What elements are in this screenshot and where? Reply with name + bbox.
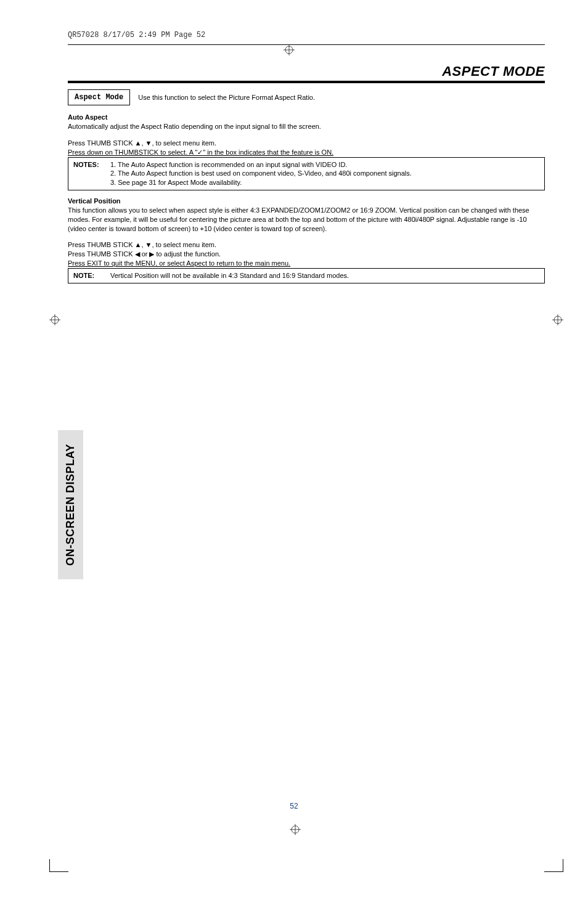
- aspect-mode-description: Use this function to select the Picture …: [138, 93, 315, 102]
- auto-aspect-note-1: 1. The Auto Aspect function is recommend…: [110, 160, 539, 169]
- registration-mark-right-icon: [552, 314, 563, 325]
- page-title: ASPECT MODE: [442, 63, 545, 79]
- header-rule: [68, 44, 545, 45]
- auto-aspect-line2: Press THUMB STICK ▲, ▼, to select menu i…: [68, 139, 545, 148]
- page-number: 52: [0, 802, 588, 810]
- title-bar: ASPECT MODE: [68, 63, 545, 83]
- side-tab: ON-SCREEN DISPLAY: [58, 430, 83, 579]
- auto-aspect-line1: Automatically adjust the Aspect Ratio de…: [68, 122, 545, 131]
- vertical-position-line3: Press THUMB STICK ◀ or ▶ to adjust the f…: [68, 250, 545, 259]
- auto-aspect-notes-box: NOTES: 1. The Auto Aspect function is re…: [68, 157, 545, 191]
- vertical-position-note-box: NOTE: Vertical Position will not be avai…: [68, 268, 545, 283]
- aspect-mode-label-box: Aspect Mode: [68, 89, 130, 105]
- print-header-line: QR57028 8/17/05 2:49 PM Page 52: [68, 31, 545, 39]
- auto-aspect-note-2: 2. The Auto Aspect function is best used…: [110, 169, 539, 178]
- vertical-position-note-label: NOTE:: [73, 271, 107, 280]
- vertical-position-note-body: Vertical Position will not be available …: [110, 272, 349, 279]
- crop-corner-left-icon: [49, 859, 68, 872]
- vertical-position-body: This function allows you to select when …: [68, 206, 545, 234]
- vertical-position-heading: Vertical Position: [68, 197, 545, 206]
- aspect-mode-row: Aspect Mode Use this function to select …: [68, 89, 545, 105]
- auto-aspect-note-3: 3. See page 31 for Aspect Mode availabil…: [110, 178, 539, 187]
- crop-corner-right-icon: [544, 859, 563, 872]
- registration-mark-top-icon: [284, 44, 295, 55]
- auto-aspect-notes-label: NOTES:: [73, 160, 107, 169]
- vertical-position-line4: Press EXIT to quit the MENU, or select A…: [68, 259, 545, 268]
- registration-mark-left-icon: [49, 314, 60, 325]
- auto-aspect-heading: Auto Aspect: [68, 113, 545, 122]
- vertical-position-line2: Press THUMB STICK ▲, ▼, to select menu i…: [68, 240, 545, 250]
- auto-aspect-line3: Press down on THUMBSTICK to select. A "✓…: [68, 148, 545, 157]
- registration-mark-bottom-icon: [290, 824, 301, 835]
